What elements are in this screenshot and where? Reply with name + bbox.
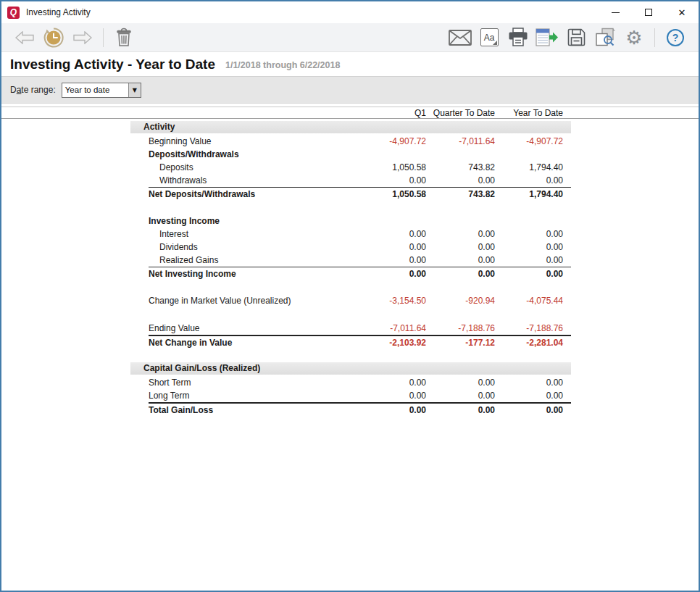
cell-value: 0.00 [426, 174, 495, 187]
cell-value: -7,011.64 [357, 322, 426, 335]
report-table: ActivityBeginning Value-4,907.72-7,011.6… [130, 121, 571, 415]
spacer-row [130, 280, 571, 294]
cell-value: 1,050.58 [357, 188, 426, 201]
cell-value: 0.00 [357, 254, 426, 267]
cell-value: 0.00 [426, 389, 495, 402]
row-label: Dividends [130, 241, 357, 254]
export-button[interactable] [533, 25, 562, 50]
table-row: Ending Value-7,011.64-7,188.76-7,188.76 [130, 322, 571, 335]
table-row: Net Investing Income0.000.000.00 [149, 267, 571, 280]
column-header-row: Q1 Quarter To Date Year To Date [1, 107, 699, 119]
font-size-button[interactable]: Aa [475, 25, 504, 50]
cell-value: 0.00 [495, 174, 563, 187]
quicken-logo-icon: Q [7, 7, 20, 19]
forward-button[interactable] [68, 25, 97, 50]
column-header-year-to-date: Year To Date [495, 107, 563, 119]
cell-value: 0.00 [426, 267, 495, 280]
toolbar-separator [103, 28, 104, 47]
email-report-button[interactable] [446, 25, 475, 50]
cell-value: -920.94 [426, 294, 495, 307]
cell-value: 0.00 [426, 254, 495, 267]
date-range-selected-value: Year to date [62, 86, 128, 94]
cell-value: 0.00 [495, 376, 563, 389]
minimize-icon [612, 12, 620, 13]
window-title: Investing Activity [26, 7, 91, 17]
report-body: Q1 Quarter To Date Year To Date Activity… [1, 104, 699, 591]
cell-value: 0.00 [495, 389, 563, 402]
spacer-row [130, 348, 571, 362]
printer-icon [508, 28, 528, 47]
table-row: Realized Gains0.000.000.00 [130, 254, 571, 267]
row-label: Short Term [130, 376, 357, 389]
minimize-button[interactable] [599, 1, 632, 23]
table-row: Investing Income [130, 214, 571, 228]
help-button[interactable]: ? [661, 25, 690, 50]
row-label: Realized Gains [130, 254, 357, 267]
help-icon: ? [667, 29, 684, 46]
cell-value: 0.00 [495, 254, 563, 267]
chevron-down-icon[interactable]: ▼ [128, 83, 141, 97]
row-label: Net Deposits/Withdrawals [149, 188, 357, 201]
cell-value: -4,907.72 [357, 135, 426, 148]
cell-value: -3,154.50 [357, 294, 426, 307]
cell-value: 0.00 [357, 376, 426, 389]
window-controls: ✕ [599, 1, 699, 23]
trash-icon [115, 28, 133, 47]
table-row: Interest0.000.000.00 [130, 228, 571, 241]
history-button[interactable] [39, 25, 68, 50]
cell-value: 0.00 [357, 228, 426, 241]
print-button[interactable] [504, 25, 533, 50]
settings-button[interactable]: ⚙ [620, 25, 649, 50]
close-button[interactable]: ✕ [665, 1, 699, 23]
row-label: Deposits [130, 161, 357, 174]
maximize-icon [645, 9, 652, 16]
cell-value: -2,281.04 [495, 336, 563, 349]
table-row: Net Deposits/Withdrawals1,050.58743.821,… [149, 187, 571, 200]
forward-arrow-icon [73, 31, 92, 44]
filter-bar: Date range: Year to date ▼ [1, 76, 699, 104]
table-row: Beginning Value-4,907.72-7,011.64-4,907.… [130, 135, 571, 148]
delete-report-button[interactable] [109, 25, 138, 50]
cell-value: -4,907.72 [495, 135, 563, 148]
date-range-text: 1/1/2018 through 6/22/2018 [225, 58, 340, 70]
column-header-empty [130, 107, 357, 119]
cell-value: 1,794.40 [495, 188, 563, 201]
app-window: Q Investing Activity ✕ [0, 0, 700, 592]
cell-value: 0.00 [426, 376, 495, 389]
cell-value: 0.00 [357, 241, 426, 254]
cell-value: 743.82 [426, 161, 495, 174]
save-floppy-icon [567, 28, 586, 46]
history-clock-icon [43, 27, 64, 49]
table-row: Total Gain/Loss0.000.000.00 [149, 402, 571, 415]
row-label: Activity [143, 121, 563, 133]
row-label: Capital Gain/Loss (Realized) [143, 362, 563, 375]
cell-value: 0.00 [495, 267, 563, 280]
table-row: Withdrawals0.000.000.00 [130, 174, 571, 187]
report-preview-button[interactable] [591, 25, 620, 50]
cell-value: 0.00 [357, 174, 426, 187]
row-label: Ending Value [130, 322, 357, 335]
mail-icon [449, 30, 472, 46]
maximize-button[interactable] [632, 1, 665, 23]
cell-value: 743.82 [426, 188, 495, 201]
export-spreadsheet-icon [536, 28, 559, 48]
row-label: Investing Income [149, 214, 563, 228]
save-button[interactable] [562, 25, 591, 50]
row-label: Deposits/Withdrawals [149, 148, 563, 161]
table-row: Net Change in Value-2,103.92-177.12-2,28… [149, 335, 571, 348]
back-button[interactable] [10, 25, 39, 50]
row-label: Interest [130, 228, 357, 241]
section-header-row: Activity [130, 121, 571, 133]
cell-value: 0.00 [357, 389, 426, 402]
table-row: Deposits1,050.58743.821,794.40 [130, 161, 571, 174]
cell-value: 0.00 [357, 404, 426, 417]
spacer-row [130, 307, 571, 322]
table-row: Long Term0.000.000.00 [130, 389, 571, 402]
cell-value: 0.00 [426, 228, 495, 241]
row-label: Net Investing Income [149, 267, 357, 280]
column-header-quarter-to-date: Quarter To Date [426, 107, 495, 119]
table-row: Deposits/Withdrawals [130, 148, 571, 161]
settings-gear-icon: ⚙ [625, 28, 642, 47]
report-preview-icon [595, 28, 616, 48]
date-range-select[interactable]: Year to date ▼ [62, 83, 141, 98]
